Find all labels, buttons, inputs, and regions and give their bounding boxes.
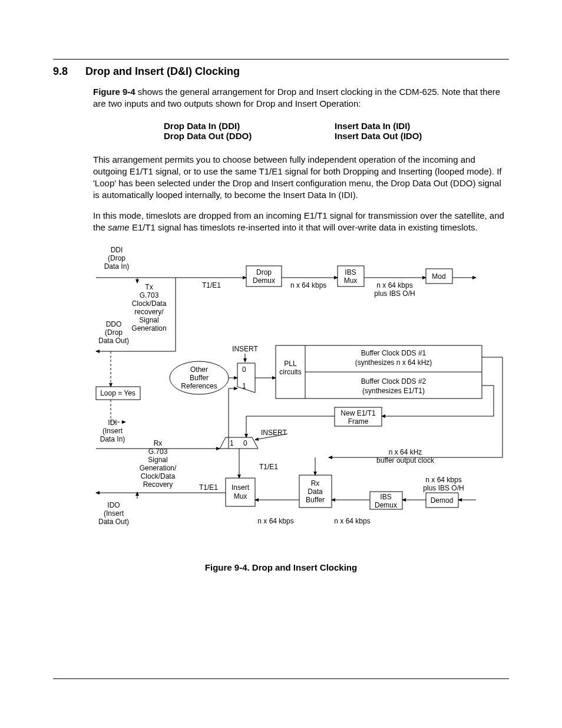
top-rule	[53, 59, 509, 60]
label-rx1: Rx	[154, 439, 163, 447]
label-ido1: IDO	[107, 501, 120, 509]
label-t1e1-1: T1/E1	[202, 281, 221, 289]
mux-mid	[220, 437, 258, 449]
label-demod: Demod	[431, 496, 454, 505]
label-nx64khz2: buffer output clock	[376, 456, 435, 465]
paragraph-1: Figure 9-4 shows the general arrangement…	[93, 86, 509, 110]
label-rxbuf3: Buffer	[306, 496, 325, 504]
label-idi1: IDI	[108, 419, 117, 427]
label-pll2: circuits	[279, 368, 301, 376]
bottom-rule	[53, 678, 509, 679]
para3b: E1/T1 signal has timeslots re-inserted i…	[130, 222, 478, 232]
signal-ido: Insert Data Out (IDO)	[335, 131, 482, 141]
label-ibsdemux1: IBS	[380, 493, 391, 501]
label-sel0: 0	[242, 365, 246, 374]
label-dds1a: Buffer Clock DDS #1	[361, 349, 427, 357]
label-tx6: Generation	[131, 324, 166, 332]
label-newframe2: Frame	[348, 417, 369, 426]
label-t1e1-2: T1/E1	[259, 463, 278, 471]
label-insert-mid: INSERT	[261, 429, 287, 437]
label-nx64oh1b: plus IBS O/H	[374, 289, 415, 298]
paragraph-2: This arrangement permits you to choose b…	[93, 154, 509, 202]
label-ddi-2: (Drop	[108, 254, 125, 262]
figure-9-4-diagram: DDI (Drop Data In) T1/E1 Tx G.703 Clock/…	[93, 245, 509, 554]
label-ddo1: DDO	[106, 320, 122, 328]
label-nx64-1: n x 64 kbps	[290, 281, 326, 289]
label-tx3: Clock/Data	[132, 299, 167, 308]
label-ido3: Data Out)	[98, 518, 129, 526]
label-tx2: G.703	[140, 291, 159, 299]
section-title: Drop and Insert (D&I) Clocking	[85, 65, 240, 77]
signal-idi: Insert Data In (IDI)	[335, 121, 482, 131]
label-tx5: Signal	[139, 316, 158, 324]
signal-table: Drop Data In (DDI) Insert Data In (IDI) …	[164, 121, 509, 141]
label-t1e1-3: T1/E1	[199, 483, 218, 492]
label-ddi-1: DDI	[111, 246, 123, 254]
label-ibsmux2: Mux	[344, 276, 358, 285]
label-tx4: recovery/	[134, 308, 164, 316]
label-insert-top: INSERT	[232, 345, 258, 353]
label-rxbuf2: Data	[308, 487, 323, 496]
label-rx5: Clock/Data	[141, 472, 176, 480]
label-nx64oh2: n x 64 kbps	[425, 476, 461, 484]
label-idi3: Data In)	[100, 435, 125, 443]
label-other2: Buffer	[190, 374, 209, 382]
label-insertmux2: Mux	[234, 492, 247, 500]
label-sel1b: 1	[230, 439, 234, 447]
section-number: 9.8	[53, 65, 82, 78]
signal-ddi: Drop Data In (DDI)	[164, 121, 335, 131]
label-other1: Other	[190, 365, 208, 374]
label-dropdemux1: Drop	[256, 268, 272, 276]
label-pll1: PLL	[284, 360, 297, 368]
label-rx2: G.703	[148, 447, 168, 456]
figure-caption: Figure 9-4. Drop and Insert Clocking	[53, 562, 509, 572]
label-newframe1: New E1/T1	[340, 409, 376, 417]
label-dropdemux2: Demux	[253, 276, 275, 285]
label-nx64oh2b: plus IBS O/H	[423, 484, 464, 492]
label-tx1: Tx	[145, 283, 153, 291]
section-heading: 9.8 Drop and Insert (D&I) Clocking	[53, 65, 509, 78]
label-loop: Loop = Yes	[100, 389, 135, 397]
label-idi2: (Insert	[103, 427, 123, 435]
label-ibsmux1: IBS	[345, 268, 356, 276]
label-nx64-3: n x 64 kbps	[334, 517, 370, 525]
label-ido2: (Insert	[104, 509, 124, 518]
label-ddi-3: Data In)	[104, 262, 130, 271]
label-sel1: 1	[242, 382, 246, 390]
mux-top	[237, 363, 255, 393]
label-sel0b: 0	[243, 439, 247, 447]
label-dds1b: (synthesizes n x 64 kHz)	[355, 358, 432, 367]
label-rx3: Signal	[148, 456, 167, 464]
label-nx64khz1: n x 64 kHz	[389, 448, 422, 456]
label-insertmux1: Insert	[232, 483, 250, 492]
arrow-newframe-mux2	[246, 416, 335, 437]
label-dds2b: (synthesizes E1/T1)	[362, 387, 425, 395]
label-nx64-2: n x 64 kbps	[257, 517, 293, 525]
label-ibsdemux2: Demux	[375, 501, 397, 509]
para3-italic: same	[108, 222, 130, 232]
para1-rest: shows the general arrangement for Drop a…	[93, 87, 500, 108]
para1-boldlead: Figure 9-4	[93, 87, 135, 97]
label-rx6: Recovery	[143, 480, 173, 489]
label-rx4: Generation/	[140, 464, 177, 472]
label-ddo2: (Drop	[105, 328, 123, 337]
signal-ddo: Drop Data Out (DDO)	[164, 131, 335, 141]
label-ddo3: Data Out)	[98, 337, 129, 345]
label-mod: Mod	[432, 272, 445, 281]
paragraph-3: In this mode, timeslots are dropped from…	[93, 210, 509, 234]
label-other3: References	[181, 382, 217, 390]
label-dds2a: Buffer Clock DDS #2	[361, 377, 427, 386]
label-nx64oh1: n x 64 kbps	[376, 281, 412, 289]
label-rxbuf1: Rx	[311, 479, 320, 487]
